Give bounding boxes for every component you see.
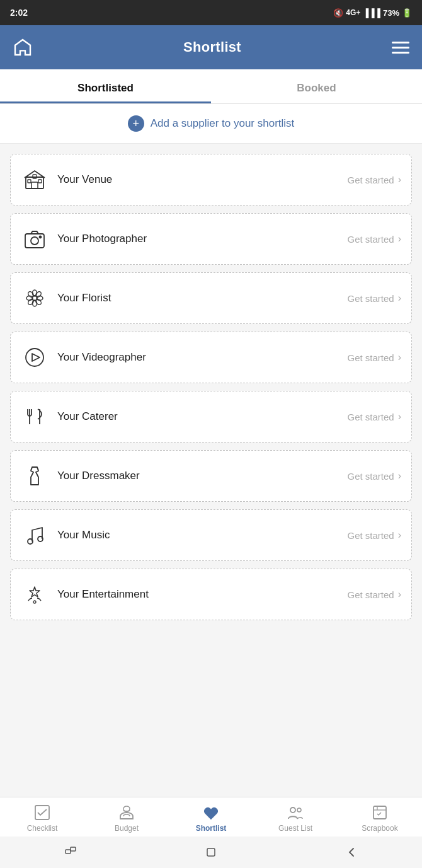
- svg-rect-3: [38, 180, 42, 183]
- venue-chevron: ›: [398, 174, 401, 185]
- play-icon: [23, 346, 46, 369]
- svg-point-24: [33, 601, 36, 603]
- guestlist-label: Guest List: [278, 824, 312, 833]
- music-chevron: ›: [398, 529, 401, 541]
- tab-booked[interactable]: Booked: [211, 69, 422, 103]
- nav-budget[interactable]: Budget: [84, 804, 169, 833]
- svg-point-15: [27, 298, 35, 306]
- caterer-name: Your Caterer: [57, 410, 347, 423]
- nav-scrapbook[interactable]: Scrapbook: [338, 804, 422, 833]
- florist-name: Your Florist: [57, 292, 347, 304]
- music-name: Your Music: [57, 529, 347, 541]
- svg-point-16: [35, 298, 42, 306]
- dressmaker-icon-wrap: [21, 462, 48, 490]
- signal-text: 4G+: [346, 8, 360, 17]
- supplier-item-photographer[interactable]: Your Photographer Get started ›: [10, 213, 412, 265]
- status-time: 2:02: [10, 8, 28, 18]
- svg-point-14: [35, 291, 42, 298]
- caterer-icon-wrap: [21, 403, 48, 431]
- status-right: 🔇 4G+ ▐▐▐ 73% 🔋: [333, 8, 412, 18]
- music-icon-wrap: [21, 521, 48, 549]
- entertainment-action: Get started: [347, 589, 394, 600]
- svg-point-7: [40, 236, 42, 238]
- bottom-nav: Checklist Budget Shortlist: [0, 797, 422, 836]
- hamburger-line-1: [392, 42, 409, 43]
- flower-icon: [23, 287, 46, 310]
- caterer-chevron: ›: [398, 411, 401, 422]
- svg-rect-1: [31, 182, 38, 188]
- add-supplier-banner[interactable]: + Add a supplier to your shortlist: [0, 104, 422, 144]
- entertainment-icon: [23, 583, 46, 606]
- supplier-item-florist[interactable]: Your Florist Get started ›: [10, 272, 412, 324]
- dressmaker-name: Your Dressmaker: [57, 470, 347, 482]
- videographer-icon-wrap: [21, 344, 48, 371]
- svg-point-13: [27, 291, 35, 298]
- svg-rect-25: [35, 806, 49, 819]
- entertainment-name: Your Entertainment: [57, 588, 347, 601]
- shortlist-label: Shortlist: [196, 824, 227, 833]
- videographer-chevron: ›: [398, 352, 401, 363]
- camera-icon: [23, 228, 46, 250]
- hamburger-line-2: [392, 47, 409, 49]
- music-action: Get started: [347, 530, 394, 541]
- battery-level: 73%: [383, 8, 399, 18]
- checklist-icon: [33, 804, 51, 821]
- supplier-item-venue[interactable]: Your Venue Get started ›: [10, 154, 412, 205]
- status-bar: 2:02 🔇 4G+ ▐▐▐ 73% 🔋: [0, 0, 422, 25]
- supplier-list: Your Venue Get started › Your Photograph…: [0, 144, 422, 630]
- guestlist-icon: [287, 804, 304, 821]
- header-title: Shortlist: [183, 39, 241, 55]
- scrapbook-icon: [371, 804, 389, 821]
- supplier-item-dressmaker[interactable]: Your Dressmaker Get started ›: [10, 450, 412, 502]
- shortlist-icon: [202, 804, 220, 821]
- svg-rect-2: [28, 180, 31, 183]
- android-nav-bar: [0, 836, 422, 868]
- dressmaker-chevron: ›: [398, 470, 401, 482]
- svg-point-6: [31, 237, 38, 245]
- add-icon: +: [128, 115, 144, 132]
- svg-marker-18: [32, 354, 40, 361]
- tabs-container: Shortlisted Booked: [0, 69, 422, 104]
- photographer-chevron: ›: [398, 233, 401, 245]
- venue-icon-wrap: [21, 166, 48, 194]
- android-home[interactable]: [204, 845, 218, 859]
- dressmaker-action: Get started: [347, 471, 394, 482]
- app-header: Shortlist: [0, 25, 422, 69]
- menu-button[interactable]: [392, 42, 409, 54]
- home-button[interactable]: [13, 37, 33, 57]
- hamburger-line-3: [392, 52, 409, 54]
- home-icon: [13, 37, 33, 57]
- videographer-name: Your Videographer: [57, 351, 347, 364]
- svg-rect-30: [66, 850, 71, 854]
- wifi-signal: ▐▐▐: [363, 8, 380, 18]
- photographer-action: Get started: [347, 234, 394, 245]
- florist-action: Get started: [347, 293, 394, 304]
- caterer-action: Get started: [347, 412, 394, 422]
- supplier-item-caterer[interactable]: Your Caterer Get started ›: [10, 391, 412, 443]
- nav-checklist[interactable]: Checklist: [0, 804, 84, 833]
- nav-shortlist[interactable]: Shortlist: [169, 804, 253, 833]
- checklist-label: Checklist: [27, 824, 58, 833]
- mute-icon: 🔇: [333, 8, 343, 18]
- svg-rect-4: [33, 175, 37, 178]
- supplier-item-music[interactable]: Your Music Get started ›: [10, 509, 412, 561]
- svg-point-27: [290, 807, 295, 813]
- add-supplier-text: Add a supplier to your shortlist: [151, 117, 295, 130]
- android-recent-apps[interactable]: [64, 845, 77, 859]
- svg-rect-32: [207, 848, 215, 856]
- venue-icon: [23, 168, 46, 191]
- entertainment-chevron: ›: [398, 589, 401, 600]
- svg-rect-29: [374, 806, 386, 819]
- photographer-name: Your Photographer: [57, 233, 347, 245]
- supplier-item-videographer[interactable]: Your Videographer Get started ›: [10, 332, 412, 383]
- florist-icon-wrap: [21, 284, 48, 312]
- venue-action: Get started: [347, 175, 394, 185]
- android-back[interactable]: [345, 845, 358, 859]
- battery-icon: 🔋: [402, 8, 412, 18]
- tab-shortlisted[interactable]: Shortlisted: [0, 69, 211, 103]
- dress-icon: [23, 465, 46, 487]
- nav-guestlist[interactable]: Guest List: [253, 804, 338, 833]
- florist-chevron: ›: [398, 292, 401, 304]
- supplier-item-entertainment[interactable]: Your Entertainment Get started ›: [10, 569, 412, 620]
- venue-name: Your Venue: [57, 173, 347, 186]
